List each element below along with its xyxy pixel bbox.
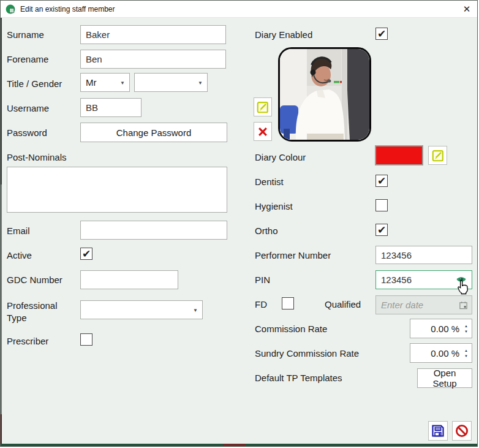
open-setup-button[interactable]: Open Setup — [417, 368, 472, 388]
spin-down-icon[interactable]: ▼ — [464, 354, 468, 358]
diary-colour-swatch[interactable] — [375, 145, 423, 165]
check-icon: ✔ — [82, 249, 91, 259]
sundry-commission-rate-stepper[interactable]: 0.00 % ▲▼ — [410, 343, 472, 363]
chevron-down-icon: ▼ — [120, 80, 125, 85]
hand-cursor — [454, 279, 470, 295]
hygienist-label: Hygienist — [255, 200, 293, 213]
calendar-icon — [459, 300, 468, 309]
forename-label: Forename — [7, 53, 48, 66]
commission-rate-value: 0.00 % — [410, 324, 462, 334]
surname-label: Surname — [7, 29, 44, 41]
gdc-number-label: GDC Number — [7, 274, 62, 286]
performer-number-label: Performer Number — [255, 249, 331, 262]
title-dropdown-value: Mr — [86, 77, 97, 88]
dentist-label: Dentist — [255, 176, 284, 188]
edit-pencil-icon — [431, 149, 445, 162]
edge-artifact — [1, 18, 2, 184]
date-placeholder: Enter date — [381, 300, 423, 310]
hygienist-checkbox[interactable] — [375, 199, 388, 211]
qualified-label: Qualified — [325, 298, 361, 311]
sundry-commission-rate-label: Sundry Commission Rate — [255, 347, 359, 360]
password-label: Password — [7, 127, 47, 139]
performer-number-input[interactable] — [375, 246, 472, 264]
diary-colour-label: Diary Colour — [255, 151, 306, 164]
cancel-prohibition-icon — [454, 423, 469, 438]
delete-photo-button[interactable] — [254, 122, 272, 141]
post-nominals-label: Post-Nominals — [7, 151, 67, 164]
chevron-down-icon: ▼ — [193, 307, 198, 313]
qualified-date-input[interactable]: Enter date — [375, 295, 472, 314]
title-dropdown[interactable]: Mr ▼ — [80, 73, 130, 92]
prescriber-checkbox[interactable] — [80, 333, 92, 346]
prescriber-label: Prescriber — [7, 335, 48, 347]
close-icon[interactable]: ✕ — [456, 1, 477, 17]
app-logo-icon — [6, 4, 15, 14]
username-label: Username — [7, 102, 49, 115]
pin-label: PIN — [255, 274, 270, 286]
edit-pencil-icon — [256, 101, 270, 114]
professional-type-label: Professional Type — [7, 300, 75, 324]
spin-up-icon[interactable]: ▲ — [464, 349, 468, 352]
gdc-number-input[interactable] — [80, 270, 178, 289]
forename-input[interactable] — [80, 50, 226, 69]
edge-artifact — [1, 184, 2, 414]
email-label: Email — [7, 225, 30, 237]
delete-x-icon — [257, 126, 269, 138]
fd-label: FD — [255, 298, 267, 311]
save-button[interactable] — [428, 421, 448, 441]
ortho-checkbox[interactable]: ✔ — [375, 224, 388, 236]
ortho-label: Ortho — [255, 225, 278, 237]
window-title: Edit an existing staff member — [20, 5, 115, 13]
diary-enabled-label: Diary Enabled — [255, 29, 312, 41]
email-input[interactable] — [80, 221, 227, 240]
professional-type-dropdown[interactable]: ▼ — [80, 300, 203, 319]
fd-checkbox[interactable] — [282, 297, 294, 309]
active-checkbox[interactable]: ✔ — [80, 248, 92, 260]
sundry-commission-rate-value: 0.00 % — [410, 348, 462, 359]
post-nominals-input[interactable] — [7, 167, 227, 213]
diary-enabled-checkbox[interactable]: ✔ — [375, 28, 388, 40]
gender-dropdown[interactable]: ▼ — [134, 73, 208, 92]
title-bar: Edit an existing staff member ✕ — [1, 1, 477, 18]
commission-rate-label: Commission Rate — [255, 323, 327, 335]
title-gender-label: Title / Gender — [7, 78, 62, 90]
bottom-border-strip — [223, 444, 246, 446]
commission-rate-stepper[interactable]: 0.00 % ▲▼ — [410, 319, 472, 338]
change-password-button[interactable]: Change Password — [80, 123, 227, 142]
username-input[interactable] — [80, 98, 141, 117]
dentist-checkbox[interactable]: ✔ — [375, 175, 388, 187]
edit-staff-dialog: Edit an existing staff member ✕ Surname … — [0, 0, 478, 447]
cancel-button[interactable] — [452, 421, 472, 441]
check-icon: ✔ — [377, 225, 386, 235]
edge-artifact — [1, 414, 2, 447]
check-icon: ✔ — [377, 176, 386, 186]
default-tp-templates-label: Default TP Templates — [255, 372, 342, 384]
spin-up-icon[interactable]: ▲ — [464, 324, 468, 328]
spin-down-icon[interactable]: ▼ — [464, 330, 468, 333]
surname-input[interactable] — [80, 25, 226, 44]
active-label: Active — [7, 249, 32, 262]
save-floppy-icon — [431, 423, 445, 438]
edit-diary-colour-button[interactable] — [428, 146, 447, 165]
edit-photo-button[interactable] — [254, 97, 272, 116]
check-icon: ✔ — [377, 29, 386, 39]
staff-photo — [278, 47, 371, 142]
chevron-down-icon: ▼ — [198, 80, 203, 85]
